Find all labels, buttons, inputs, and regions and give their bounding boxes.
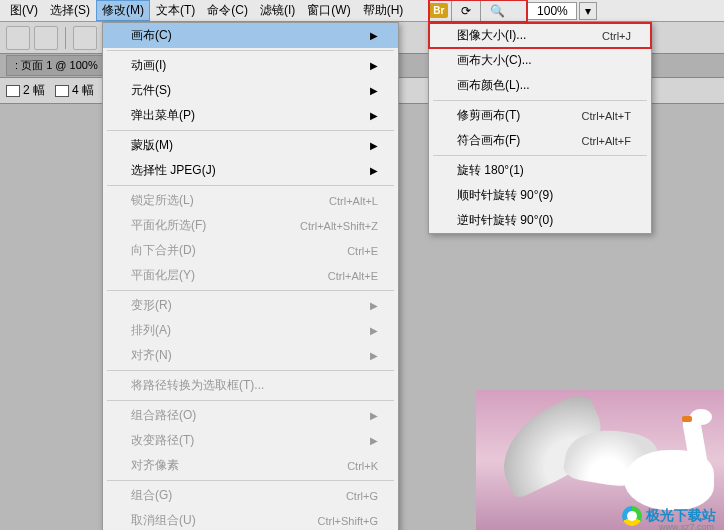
menu-help[interactable]: 帮助(H) (357, 0, 410, 21)
menu-item: 排列(A)▶ (103, 318, 398, 343)
menu-item-label: 组合路径(O) (131, 407, 196, 424)
zoom-input[interactable]: 100% (527, 2, 577, 20)
swan-head (690, 409, 712, 425)
menu-shortcut: Ctrl+Alt+T (581, 110, 631, 122)
menu-item[interactable]: 画布大小(C)... (429, 48, 651, 73)
menu-item[interactable]: 元件(S)▶ (103, 78, 398, 103)
menu-separator (107, 370, 394, 371)
menu-window[interactable]: 窗口(W) (301, 0, 356, 21)
menu-filter[interactable]: 滤镜(I) (254, 0, 301, 21)
menu-item-label: 画布颜色(L)... (457, 77, 530, 94)
menu-item-label: 将路径转换为选取框(T)... (131, 377, 264, 394)
menu-item-label: 顺时针旋转 90°(9) (457, 187, 553, 204)
submenu-arrow-icon: ▶ (370, 60, 378, 71)
menu-item[interactable]: 修剪画布(T)Ctrl+Alt+T (429, 103, 651, 128)
menu-item-label: 组合(G) (131, 487, 172, 504)
menu-item-label: 蒙版(M) (131, 137, 173, 154)
menu-item[interactable]: 画布颜色(L)... (429, 73, 651, 98)
menu-view[interactable]: 图(V) (4, 0, 44, 21)
menu-shortcut: Ctrl+Alt+L (329, 195, 378, 207)
menu-item[interactable]: 顺时针旋转 90°(9) (429, 183, 651, 208)
submenu-arrow-icon: ▶ (370, 30, 378, 41)
modify-menu-dropdown: 画布(C)▶动画(I)▶元件(S)▶弹出菜单(P)▶蒙版(M)▶选择性 JPEG… (102, 22, 399, 530)
menu-text[interactable]: 文本(T) (150, 0, 201, 21)
menu-shortcut: Ctrl+E (347, 245, 378, 257)
menu-item-label: 动画(I) (131, 57, 166, 74)
menu-separator (107, 480, 394, 481)
menu-separator (107, 400, 394, 401)
canvas-submenu-dropdown: 图像大小(I)...Ctrl+J画布大小(C)...画布颜色(L)...修剪画布… (428, 22, 652, 234)
bridge-icon[interactable]: Br (429, 3, 448, 18)
layout-icon (55, 85, 69, 97)
menu-shortcut: Ctrl+K (347, 460, 378, 472)
menu-separator (107, 50, 394, 51)
search-icon[interactable]: 🔍 (484, 4, 511, 18)
submenu-arrow-icon: ▶ (370, 110, 378, 121)
menu-item: 平面化层(Y)Ctrl+Alt+E (103, 263, 398, 288)
submenu-arrow-icon: ▶ (370, 165, 378, 176)
menu-item-label: 画布(C) (131, 27, 172, 44)
tool-button[interactable] (6, 26, 30, 50)
menu-item[interactable]: 旋转 180°(1) (429, 158, 651, 183)
menu-item-label: 变形(R) (131, 297, 172, 314)
watermark-url: www.xz7.com (659, 522, 714, 530)
menu-item[interactable]: 逆时针旋转 90°(0) (429, 208, 651, 233)
submenu-arrow-icon: ▶ (370, 410, 378, 421)
menu-shortcut: Ctrl+Shift+G (317, 515, 378, 527)
menu-item[interactable]: 蒙版(M)▶ (103, 133, 398, 158)
submenu-arrow-icon: ▶ (370, 350, 378, 361)
tool-button[interactable] (34, 26, 58, 50)
menu-item: 组合路径(O)▶ (103, 403, 398, 428)
menu-item: 变形(R)▶ (103, 293, 398, 318)
menu-shortcut: Ctrl+Alt+Shift+Z (300, 220, 378, 232)
menu-item: 锁定所选(L)Ctrl+Alt+L (103, 188, 398, 213)
menu-item-label: 排列(A) (131, 322, 171, 339)
menu-item-label: 对齐(N) (131, 347, 172, 364)
menu-item: 取消组合(U)Ctrl+Shift+G (103, 508, 398, 530)
menu-item-label: 弹出菜单(P) (131, 107, 195, 124)
menu-item[interactable]: 选择性 JPEG(J)▶ (103, 158, 398, 183)
history-icon[interactable]: ⟳ (455, 4, 477, 18)
submenu-arrow-icon: ▶ (370, 85, 378, 96)
menu-separator (107, 130, 394, 131)
menu-separator (107, 290, 394, 291)
menu-item-label: 符合画布(F) (457, 132, 520, 149)
layout-2up[interactable]: 2 幅 (6, 82, 45, 99)
menu-separator (433, 155, 647, 156)
menu-item-label: 向下合并(D) (131, 242, 196, 259)
menu-command[interactable]: 命令(C) (201, 0, 254, 21)
menu-item[interactable]: 符合画布(F)Ctrl+Alt+F (429, 128, 651, 153)
menu-item-label: 对齐像素 (131, 457, 179, 474)
separator (480, 0, 481, 22)
menu-item-label: 平面化所选(F) (131, 217, 206, 234)
menu-separator (107, 185, 394, 186)
submenu-arrow-icon: ▶ (370, 435, 378, 446)
watermark-logo-icon (622, 506, 642, 526)
menu-item[interactable]: 画布(C)▶ (103, 23, 398, 48)
menu-item[interactable]: 图像大小(I)...Ctrl+J (429, 23, 651, 48)
tool-button[interactable] (73, 26, 97, 50)
menu-item-label: 锁定所选(L) (131, 192, 194, 209)
menu-item-label: 画布大小(C)... (457, 52, 532, 69)
menu-shortcut: Ctrl+G (346, 490, 378, 502)
document-tab[interactable]: : 页面 1 @ 100% (6, 55, 107, 76)
menubar: 图(V) 选择(S) 修改(M) 文本(T) 命令(C) 滤镜(I) 窗口(W)… (0, 0, 724, 22)
menu-item-label: 修剪画布(T) (457, 107, 520, 124)
zoom-dropdown[interactable]: ▾ (579, 2, 597, 20)
menu-item: 向下合并(D)Ctrl+E (103, 238, 398, 263)
menu-item: 对齐像素Ctrl+K (103, 453, 398, 478)
menu-modify[interactable]: 修改(M) (96, 0, 150, 21)
menu-shortcut: Ctrl+Alt+F (581, 135, 631, 147)
menu-select[interactable]: 选择(S) (44, 0, 96, 21)
layout-4up[interactable]: 4 幅 (55, 82, 94, 99)
menu-item[interactable]: 动画(I)▶ (103, 53, 398, 78)
menu-item-label: 图像大小(I)... (457, 27, 526, 44)
menu-item[interactable]: 弹出菜单(P)▶ (103, 103, 398, 128)
submenu-arrow-icon: ▶ (370, 140, 378, 151)
submenu-arrow-icon: ▶ (370, 300, 378, 311)
menu-item-label: 取消组合(U) (131, 512, 196, 529)
menu-item: 对齐(N)▶ (103, 343, 398, 368)
menu-item-label: 改变路径(T) (131, 432, 194, 449)
menu-item: 改变路径(T)▶ (103, 428, 398, 453)
layout-icon (6, 85, 20, 97)
